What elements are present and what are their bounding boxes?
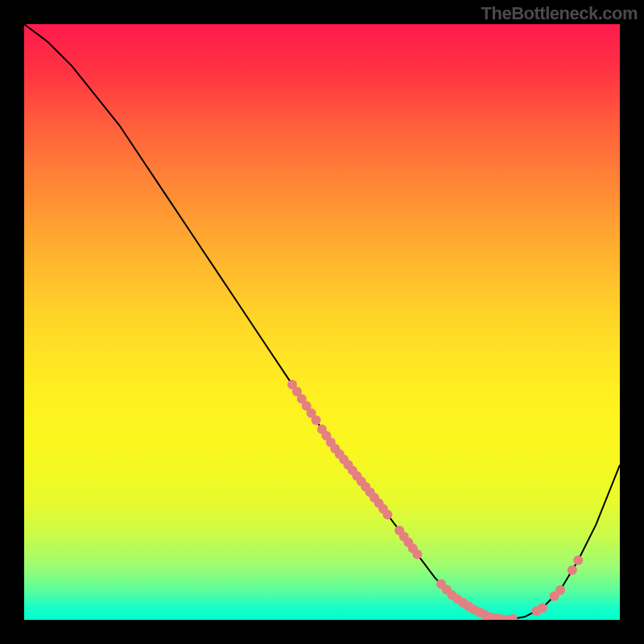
curve-marker <box>573 555 583 565</box>
curve-marker <box>412 550 422 559</box>
curve-line <box>24 24 620 620</box>
bottleneck-curve <box>24 24 620 620</box>
curve-marker-group <box>287 380 583 620</box>
curve-marker <box>312 415 321 425</box>
curve-marker <box>508 614 518 620</box>
chart-frame: TheBottleneck.com <box>0 0 644 644</box>
curve-marker <box>538 603 547 613</box>
curve-marker <box>568 565 577 575</box>
curve-marker <box>555 585 565 595</box>
curve-marker <box>382 510 392 519</box>
plot-area <box>24 24 620 620</box>
watermark-text: TheBottleneck.com <box>481 3 638 24</box>
